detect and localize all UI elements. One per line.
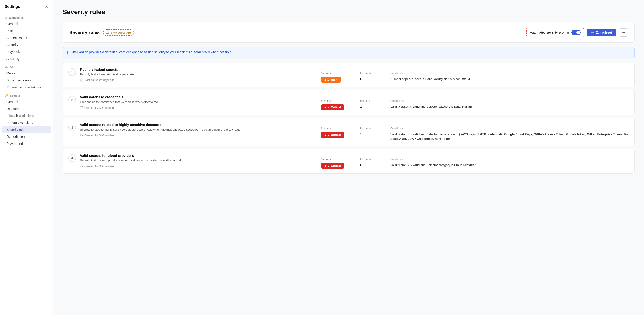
rule-meta: 🛡 Created by GitGuardian	[80, 164, 318, 168]
conditions-col-header: Conditions	[390, 99, 629, 103]
edit-icon: ✏	[592, 31, 594, 34]
rule-description: Publicly leaked secrets outside perimete…	[80, 72, 318, 77]
clock-icon: 🕐	[80, 78, 84, 82]
sidebar-item-audit-log[interactable]: Audit log	[0, 55, 53, 62]
rule-number: 1	[68, 68, 76, 76]
conditions-col-header: Conditions	[390, 72, 629, 75]
coverage-badge[interactable]: ⚠ 27% coverage	[103, 29, 134, 36]
rule-meta: 🛡 Created by GitGuardian	[80, 106, 318, 110]
sidebar-item-security[interactable]: Security	[0, 41, 53, 48]
incidents-value: 1	[360, 104, 388, 108]
more-options-button[interactable]: ···	[619, 28, 628, 37]
sidebar-item-pattern-exclusions[interactable]: Pattern exclusions	[0, 119, 53, 126]
gitguardian-icon: 🛡	[80, 164, 83, 168]
severity-badge: ▲▲ Critical	[321, 163, 344, 169]
severity-badge: ▲▲ Critical	[321, 104, 344, 110]
auto-scoring-label: Automated severity scoring	[530, 31, 569, 34]
sidebar-item-playground[interactable]: Playground	[0, 140, 53, 147]
rule-number: 3	[68, 124, 76, 131]
sidebar-item-severity-rules[interactable]: Severity rules	[2, 126, 51, 133]
sidebar-item-secrets-general[interactable]: General	[0, 98, 53, 105]
severity-value: Critical	[331, 106, 341, 109]
rule-meta-text: Last edited 24 days ago	[85, 78, 114, 82]
rule-severity-col: Severity ▲▲ High	[321, 68, 358, 83]
rule-conditions-col: Conditions Number of public leaks is 1 a…	[390, 68, 629, 81]
severity-col-header: Severity	[321, 72, 358, 75]
rule-info: Valid database credentials Credentials f…	[80, 95, 318, 110]
rule-card-2[interactable]: 2 Valid database credentials Credentials…	[62, 90, 635, 115]
rule-card-1[interactable]: 1 Publicly leaked secrets Publicly leake…	[62, 63, 635, 88]
rule-meta-text: Created by GitGuardian	[84, 165, 114, 168]
sidebar-section-secrets: 🔑 Secrets	[0, 91, 53, 98]
sidebar-item-general[interactable]: General	[0, 21, 53, 27]
sidebar-item-personal-access-tokens[interactable]: Personal access tokens	[0, 84, 53, 91]
incidents-value: 0	[360, 77, 388, 81]
main-content: Severity rules Severity rules ⚠ 27% cove…	[53, 0, 644, 315]
more-icon: ···	[622, 30, 625, 34]
edit-ruleset-button[interactable]: ✏ Edit ruleset	[587, 29, 616, 37]
sidebar-item-remediation[interactable]: Remediation	[0, 133, 53, 140]
rule-meta: 🛡 Created by GitGuardian	[80, 134, 318, 137]
sidebar-section-api: <> API	[0, 62, 53, 70]
info-banner: ℹ GitGuardian provides a default ruleset…	[62, 47, 635, 59]
rule-incidents-col: Incidents 1	[360, 95, 388, 108]
conditions-text: Number of public leaks is 1 and Validity…	[390, 77, 629, 81]
key-icon: 🔑	[5, 94, 8, 97]
sidebar-item-authentication[interactable]: Authentication	[0, 34, 53, 41]
sidebar-item-quota[interactable]: Quota	[0, 70, 53, 77]
rule-incidents-col: Incidents 0	[360, 68, 388, 81]
rule-card-4[interactable]: 4 Valid secrets for cloud providers Secr…	[62, 149, 635, 173]
incidents-col-header: Incidents	[360, 127, 388, 130]
auto-scoring-box: Automated severity scoring	[526, 28, 584, 37]
incidents-col-header: Incidents	[360, 158, 388, 161]
gitguardian-icon: 🛡	[80, 106, 83, 110]
rule-severity-col: Severity ▲▲ Critical	[321, 154, 358, 169]
sidebar: Settings ✕ ⊞ Workspace General Plan Auth…	[0, 0, 53, 315]
rule-info: Valid secrets related to highly sensitiv…	[80, 123, 318, 137]
sidebar-section-workspace: ⊞ Workspace	[0, 13, 53, 21]
rules-list: 1 Publicly leaked secrets Publicly leake…	[62, 63, 635, 176]
rule-description: Secrets tied to cloud providers were val…	[80, 158, 318, 163]
sidebar-title: Settings	[5, 5, 20, 9]
rule-severity-col: Severity ▲▲ Critical	[321, 123, 358, 138]
info-icon: ℹ	[67, 51, 68, 55]
severity-col-header: Severity	[321, 127, 358, 130]
conditions-text: Validity status is Valid and Detector ca…	[390, 163, 629, 167]
rule-title: Valid secrets related to highly sensitiv…	[80, 123, 318, 127]
sidebar-item-playbooks[interactable]: Playbooks	[0, 48, 53, 55]
rules-header-card: Severity rules ⚠ 27% coverage Automated …	[62, 22, 635, 43]
warning-icon: ⚠	[106, 31, 109, 34]
sidebar-item-filepath-exclusions[interactable]: Filepath exclusions	[0, 112, 53, 119]
sidebar-header: Settings ✕	[0, 0, 53, 13]
severity-col-header: Severity	[321, 158, 358, 161]
severity-value: Critical	[331, 164, 341, 167]
rules-card-title: Severity rules	[69, 30, 100, 35]
incidents-col-header: Incidents	[360, 99, 388, 103]
conditions-text: Validity status is Valid and Detector na…	[390, 132, 629, 141]
severity-arrow-icon: ▲▲	[324, 133, 330, 137]
sidebar-item-service-accounts[interactable]: Service accounts	[0, 77, 53, 84]
rule-title: Valid secrets for cloud providers	[80, 154, 318, 158]
rule-meta-text: Created by GitGuardian	[84, 106, 114, 110]
severity-col-header: Severity	[321, 99, 358, 103]
rule-severity-col: Severity ▲▲ Critical	[321, 95, 358, 110]
sidebar-item-plan[interactable]: Plan	[0, 27, 53, 34]
rule-meta-text: Created by GitGuardian	[84, 134, 114, 137]
rule-number: 2	[68, 96, 76, 103]
rule-conditions-col: Conditions Validity status is Valid and …	[390, 123, 629, 141]
severity-badge: ▲▲ Critical	[321, 132, 344, 138]
code-icon: <>	[5, 65, 8, 69]
conditions-col-header: Conditions	[390, 158, 629, 161]
sidebar-item-detectors[interactable]: Detectors	[0, 105, 53, 112]
rule-card-3[interactable]: 3 Valid secrets related to highly sensit…	[62, 118, 635, 146]
rules-header-left: Severity rules ⚠ 27% coverage	[69, 29, 134, 36]
incidents-value: 0	[360, 163, 388, 167]
grid-icon: ⊞	[5, 16, 7, 20]
auto-scoring-toggle[interactable]	[572, 30, 581, 35]
severity-value: Critical	[331, 133, 341, 137]
info-banner-text: GitGuardian provides a default ruleset d…	[71, 50, 232, 54]
rule-number: 4	[68, 154, 76, 162]
close-button[interactable]: ✕	[45, 4, 48, 9]
rule-description: Credentials for databases that were vali…	[80, 100, 318, 104]
conditions-text: Validity status is Valid and Detector ca…	[390, 104, 629, 109]
